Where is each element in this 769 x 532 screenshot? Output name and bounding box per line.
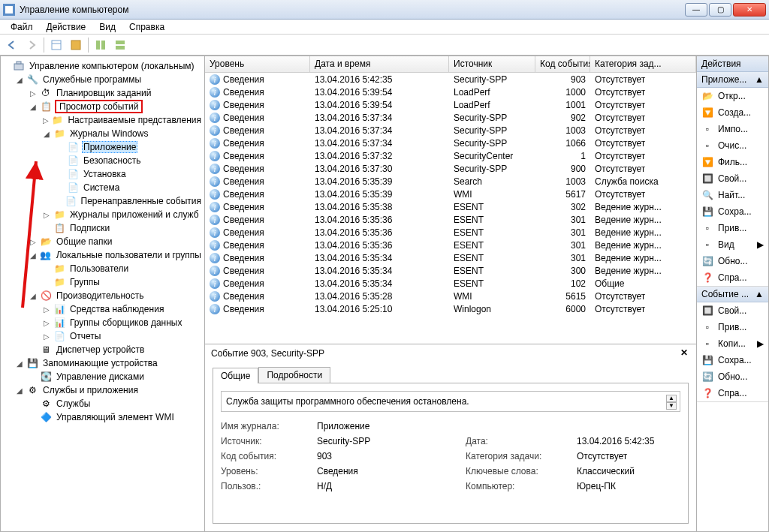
event-row[interactable]: iСведения13.04.2016 5:35:34ESENT301Веден… [205,251,696,264]
action-item[interactable]: ▫Прив... [697,319,768,335]
action-item[interactable]: 🔽Созда... [697,104,768,121]
detail-tab-general[interactable]: Общие [213,368,258,383]
tree-windows-logs[interactable]: ◢📁Журналы Windows [43,127,203,140]
tree-disk-mgmt[interactable]: 💽Управление дисками [29,370,203,383]
tree-log-system[interactable]: 📄Система [56,181,203,194]
event-row[interactable]: iСведения13.04.2016 5:35:39Search1003Слу… [205,175,696,188]
action-item[interactable]: ▫Копи...▶ [697,335,768,352]
close-button[interactable]: ✕ [733,3,766,17]
tree-users[interactable]: 📁Пользователи [43,262,203,275]
event-row[interactable]: iСведения13.04.2016 5:35:34ESENT102Общие [205,277,696,290]
col-level[interactable]: Уровень [205,56,310,72]
tree-storage[interactable]: ◢💾Запоминающие устройства [16,356,203,370]
forward-button[interactable] [23,36,41,54]
svg-rect-9 [14,64,23,70]
detail-spinner[interactable]: ▲▼ [666,395,677,410]
event-list[interactable]: iСведения13.04.2016 5:42:35Security-SPP9… [205,73,696,344]
event-row[interactable]: iСведения13.04.2016 5:37:34Security-SPP1… [205,137,696,149]
tree-wmi[interactable]: 🔷Управляющий элемент WMI [29,410,203,424]
menu-file[interactable]: Файл [5,20,39,34]
event-row[interactable]: iСведения13.04.2016 5:37:34Security-SPP1… [205,124,696,137]
tree-mon-tools[interactable]: ▷📊Средства наблюдения [43,302,203,316]
tree-dcs[interactable]: ▷📊Группы сборщиков данных [43,316,203,329]
event-row[interactable]: iСведения13.04.2016 5:35:38ESENT302Веден… [205,200,696,213]
svg-rect-1 [5,6,13,14]
tree-device-manager[interactable]: 🖥Диспетчер устройств [29,343,203,356]
action-item[interactable]: ▫Импо... [697,121,768,137]
tree-local-users[interactable]: ◢👥Локальные пользователи и группы [29,248,203,262]
col-category[interactable]: Категория зад... [590,56,696,72]
action-item[interactable]: 🔄Обно... [697,253,768,269]
col-source[interactable]: Источник [449,56,535,72]
tree-log-security[interactable]: 📄Безопасность [56,154,203,167]
toolbar-btn-1[interactable] [47,36,65,54]
action-icon: 🔽 [701,107,713,119]
action-item[interactable]: 🔲Свой... [697,170,768,187]
event-row[interactable]: iСведения13.04.2016 5:39:54LoadPerf1001О… [205,98,696,111]
title-bar: Управление компьютером — ▢ ✕ [0,0,769,20]
tree-reports[interactable]: ▷📄Отчеты [43,329,203,343]
event-row[interactable]: iСведения13.04.2016 5:37:32SecurityCente… [205,149,696,162]
action-item[interactable]: ▫Очис... [697,137,768,154]
action-item[interactable]: 💾Сохра... [697,203,768,220]
tree-shared-folders[interactable]: ▷📂Общие папки [29,235,203,248]
action-item[interactable]: 🔄Обно... [697,368,768,385]
action-item[interactable]: 🔽Филь... [697,154,768,170]
tree-task-scheduler[interactable]: ▷⏱Планировщик заданий [29,86,203,100]
event-row[interactable]: iСведения13.04.2016 5:39:54LoadPerf1000О… [205,86,696,98]
col-code[interactable]: Код события [535,56,590,72]
action-item[interactable]: ❓Спра... [697,269,768,286]
tree-util-progs[interactable]: ◢🔧Служебные программы [16,73,203,86]
tree-custom-views[interactable]: ▷📁Настраиваемые представления [43,113,203,127]
action-item[interactable]: 🔲Свой... [697,302,768,319]
tree-root[interactable]: Управление компьютером (локальным) [2,59,203,73]
event-row[interactable]: iСведения13.04.2016 5:37:30Security-SPP9… [205,162,696,175]
toolbar-btn-3[interactable] [92,36,110,54]
action-icon: 🔽 [701,156,713,168]
tree-log-application[interactable]: 📄Приложение [56,140,203,154]
event-row[interactable]: iСведения13.04.2016 5:35:36ESENT301Веден… [205,213,696,226]
event-row[interactable]: iСведения13.04.2016 5:35:36ESENT301Веден… [205,239,696,251]
nav-tree[interactable]: Управление компьютером (локальным) ◢🔧Слу… [0,56,204,532]
tree-groups[interactable]: 📁Группы [43,275,203,289]
action-item[interactable]: ❓Спра... [697,385,768,401]
toolbar-btn-2[interactable] [67,36,85,54]
action-item[interactable]: ▫Вид▶ [697,236,768,253]
event-row[interactable]: iСведения13.04.2016 5:35:39WMI5617Отсутс… [205,188,696,200]
tree-subscriptions[interactable]: 📋Подписки [43,221,203,235]
action-icon: ▫ [701,123,713,135]
tree-event-viewer[interactable]: ◢📋Просмотр событий [29,100,203,113]
maximize-button[interactable]: ▢ [709,3,731,17]
detail-tab-details[interactable]: Подробности [258,367,330,383]
menu-help[interactable]: Справка [123,20,170,34]
toolbar-btn-4[interactable] [111,36,129,54]
action-item[interactable]: 🔍Найт... [697,187,768,203]
menu-action[interactable]: Действие [41,20,92,34]
detail-description: Служба защиты программного обеспечения о… [221,391,680,412]
info-icon: i [210,202,220,212]
menu-view[interactable]: Вид [93,20,122,34]
tree-services-apps[interactable]: ◢⚙Службы и приложения [16,383,203,397]
tree-log-forwarded[interactable]: 📄Перенаправленные события [56,194,203,208]
action-item[interactable]: 📂Откр... [697,88,768,104]
actions-section1-header[interactable]: Приложе...▲ [697,72,768,88]
svg-rect-7 [116,41,125,44]
minimize-button[interactable]: — [685,3,707,17]
event-list-header[interactable]: Уровень Дата и время Источник Код событи… [205,56,696,73]
tree-performance[interactable]: ◢🚫Производительность [29,289,203,302]
tree-log-setup[interactable]: 📄Установка [56,167,203,181]
action-item[interactable]: ▫Прив... [697,220,768,236]
detail-close-button[interactable]: ✕ [678,347,690,359]
tree-services[interactable]: ⚙Службы [29,397,203,410]
tree-app-service-logs[interactable]: ▷📁Журналы приложений и служб [43,208,203,221]
col-date[interactable]: Дата и время [310,56,449,72]
actions-section2-header[interactable]: Событие ...▲ [697,287,768,302]
event-row[interactable]: iСведения13.04.2016 5:35:28WMI5615Отсутс… [205,290,696,302]
back-button[interactable] [3,36,21,54]
event-row[interactable]: iСведения13.04.2016 5:25:10Winlogon6000О… [205,302,696,315]
event-row[interactable]: iСведения13.04.2016 5:35:36ESENT301Веден… [205,226,696,239]
event-row[interactable]: iСведения13.04.2016 5:37:34Security-SPP9… [205,111,696,124]
event-row[interactable]: iСведения13.04.2016 5:35:34ESENT300Веден… [205,264,696,277]
event-row[interactable]: iСведения13.04.2016 5:42:35Security-SPP9… [205,73,696,86]
action-item[interactable]: 💾Сохра... [697,352,768,368]
